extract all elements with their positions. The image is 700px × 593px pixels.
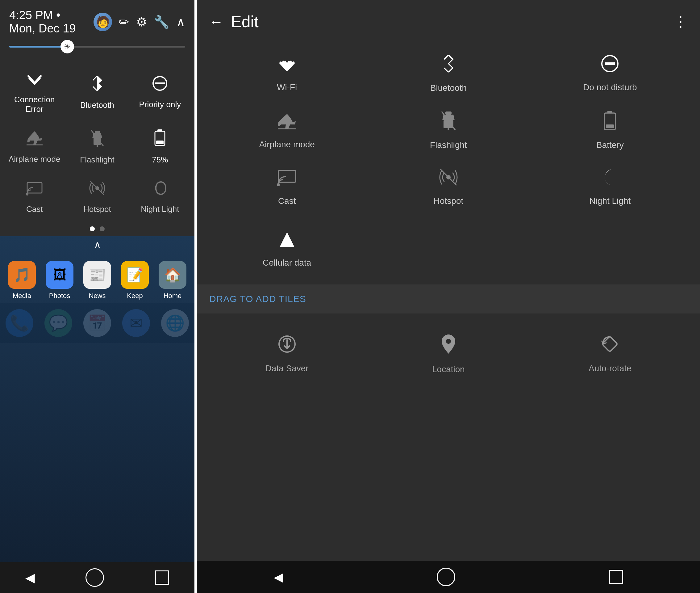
tile-cast-label: Cast (26, 204, 43, 214)
app-keep[interactable]: 📝 Keep (121, 261, 149, 300)
svg-rect-5 (155, 82, 165, 84)
edit-tile-dnd[interactable]: Do not disturb (529, 43, 691, 101)
edit-bluetooth-label: Bluetooth (430, 83, 467, 93)
status-icons: 🧑 ✏ ⚙ 🔧 ∧ (93, 13, 185, 31)
tile-wifi-label: Connection Error (6, 95, 63, 114)
tile-nightlight[interactable]: Night Light (129, 171, 191, 220)
wrench-icon[interactable]: 🔧 (154, 15, 169, 29)
edit-tiles-grid: Wi-Fi Bluetooth Do not disturb (197, 37, 700, 220)
avatar[interactable]: 🧑 (93, 13, 112, 31)
edit-cellular-icon (278, 230, 296, 253)
brightness-slider[interactable]: ☀ (9, 44, 185, 49)
recents-button-right[interactable] (609, 570, 623, 584)
edit-tile-bluetooth[interactable]: Bluetooth (367, 43, 529, 101)
tile-hotspot-label: Hotspot (83, 204, 111, 214)
tile-bluetooth-label: Bluetooth (80, 101, 114, 110)
keep-label: Keep (127, 292, 143, 300)
app-home[interactable]: 🏠 Home (159, 261, 186, 300)
app-media[interactable]: 🎵 Media (8, 261, 36, 300)
nav-bar-right: ◀ (197, 561, 700, 593)
add-location-icon (440, 333, 456, 359)
tile-cast[interactable]: Cast (3, 171, 66, 220)
add-location-label: Location (432, 364, 465, 374)
status-bar: 4:25 PM • Mon, Dec 19 🧑 ✏ ⚙ 🔧 ∧ (0, 0, 194, 41)
nav-bar-left: ◀ (0, 562, 194, 593)
edit-tile-battery[interactable]: Battery (529, 101, 691, 158)
panel-divider (194, 0, 197, 593)
quick-tiles-grid: Connection Error Bluetooth (0, 58, 194, 223)
slider-thumb[interactable]: ☀ (60, 40, 74, 53)
back-button-left[interactable]: ◀ (25, 570, 35, 585)
battery-icon (154, 129, 166, 151)
edit-battery-label: Battery (596, 140, 624, 150)
edit-icon[interactable]: ✏ (119, 15, 129, 29)
edit-tile-hotspot[interactable]: Hotspot (367, 158, 529, 213)
tile-priority[interactable]: Priority only (129, 61, 191, 120)
add-tile-datasaver[interactable]: Data Saver (206, 323, 367, 382)
tile-airplane[interactable]: Airplane mode (3, 120, 66, 171)
recents-button-left[interactable] (155, 570, 169, 585)
back-button-edit[interactable]: ← (209, 13, 223, 30)
tile-bluetooth[interactable]: Bluetooth (66, 61, 128, 120)
svg-rect-27 (445, 112, 451, 115)
edit-dnd-label: Do not disturb (583, 82, 637, 92)
cellular-row: Cellular data (197, 220, 700, 281)
home-button-left[interactable] (86, 568, 104, 587)
more-options-button[interactable]: ⋮ (673, 13, 688, 30)
edit-tile-nightlight[interactable]: Night Light (529, 158, 691, 213)
add-autorotate-label: Auto-rotate (588, 363, 631, 373)
tile-wifi[interactable]: Connection Error (3, 61, 66, 120)
keep-icon: 📝 (121, 261, 149, 289)
app-bar: ∧ 🎵 Media 🖼 Photos 📰 News 📝 Keep 🏠 Home (0, 236, 194, 562)
edit-cast-label: Cast (278, 196, 296, 206)
drag-section: Drag to add tiles (197, 284, 700, 314)
edit-tile-cast[interactable]: Cast (206, 158, 367, 213)
brightness-row[interactable]: ☀ (0, 41, 194, 58)
tile-flashlight[interactable]: Flashlight (66, 120, 128, 171)
collapse-icon[interactable]: ∧ (176, 15, 185, 29)
home-icon: 🏠 (159, 261, 186, 289)
home-label: Home (164, 292, 182, 300)
app-photos[interactable]: 🖼 Photos (46, 261, 74, 300)
news-icon: 📰 (83, 261, 111, 289)
edit-nightlight-icon (602, 168, 618, 191)
edit-tile-airplane[interactable]: Airplane mode (206, 101, 367, 158)
wifi-icon (27, 70, 43, 90)
edit-tile-cellular[interactable]: Cellular data (206, 220, 367, 275)
svg-rect-15 (27, 183, 42, 193)
nightlight-icon (153, 180, 167, 200)
brightness-icon: ☀ (64, 42, 71, 51)
edit-nightlight-label: Night Light (589, 196, 630, 206)
add-autorotate-icon (600, 334, 620, 359)
tile-battery[interactable]: 75% (129, 120, 191, 171)
page-dots (0, 223, 194, 236)
left-panel: 4:25 PM • Mon, Dec 19 🧑 ✏ ⚙ 🔧 ∧ ☀ (0, 0, 194, 593)
svg-rect-14 (156, 141, 164, 144)
settings-icon[interactable]: ⚙ (136, 15, 147, 29)
back-button-right[interactable]: ◀ (274, 570, 283, 584)
edit-cast-icon (277, 168, 297, 191)
add-tiles-grid: Data Saver Location Auto-rotate (197, 317, 700, 388)
svg-line-23 (444, 68, 448, 72)
edit-tile-flashlight[interactable]: Flashlight (367, 101, 529, 158)
app-news[interactable]: 📰 News (83, 261, 111, 300)
svg-point-36 (277, 183, 280, 186)
edit-tile-wifi[interactable]: Wi-Fi (206, 43, 367, 101)
edit-airplane-icon (277, 112, 297, 135)
edit-bluetooth-icon (441, 54, 455, 78)
add-tile-autorotate[interactable]: Auto-rotate (529, 323, 691, 382)
news-label: News (89, 292, 105, 300)
add-tile-location[interactable]: Location (367, 323, 529, 382)
tile-nightlight-label: Night Light (141, 204, 179, 214)
home-button-right[interactable] (437, 568, 455, 586)
add-datasaver-icon (277, 334, 297, 359)
hotspot-icon (89, 180, 105, 200)
edit-flashlight-icon (441, 111, 456, 135)
edit-dnd-icon (601, 54, 619, 78)
edit-airplane-label: Airplane mode (259, 140, 315, 150)
svg-line-3 (93, 86, 97, 91)
tile-airplane-label: Airplane mode (9, 154, 60, 164)
svg-line-2 (93, 76, 97, 80)
tile-hotspot[interactable]: Hotspot (66, 171, 128, 220)
svg-point-41 (446, 339, 451, 344)
